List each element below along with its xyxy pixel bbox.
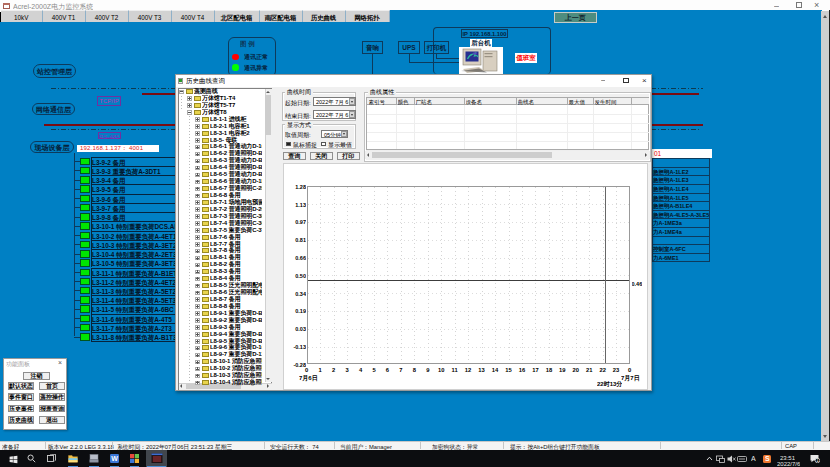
- svg-text:W: W: [111, 455, 118, 462]
